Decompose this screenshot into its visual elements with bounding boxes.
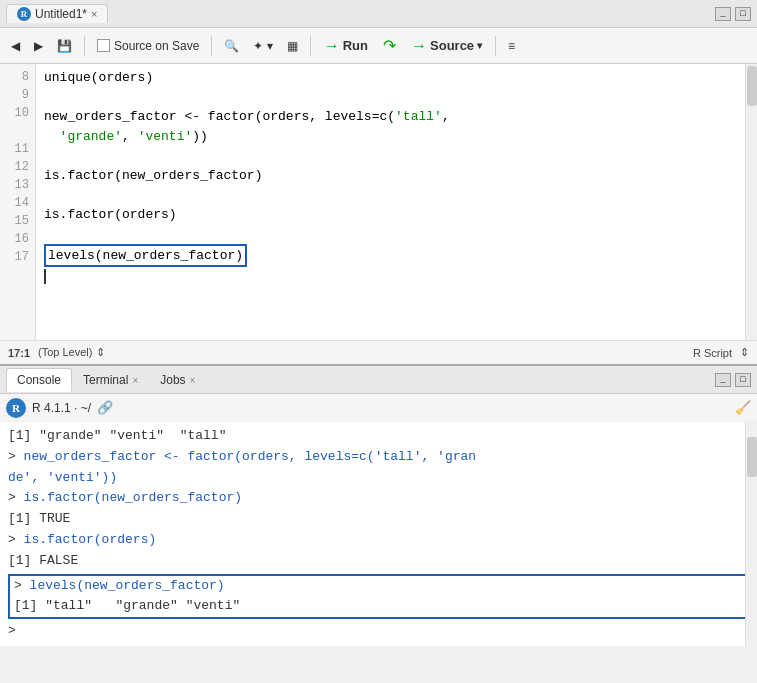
console-output-line-4: > is.factor(new_orders_factor) bbox=[8, 488, 749, 509]
editor-status-bar: 17:1 (Top Level) ⇕ R Script ⇕ bbox=[0, 340, 757, 364]
console-output-line-1: [1] "grande" "venti" "tall" bbox=[8, 426, 749, 447]
code-line-17 bbox=[44, 267, 737, 287]
console-prompt-empty: > bbox=[8, 621, 749, 642]
tab-jobs[interactable]: Jobs× bbox=[149, 368, 206, 392]
window-controls: _ □ bbox=[715, 7, 751, 21]
separator-4 bbox=[495, 36, 496, 56]
rerun-icon: ↷ bbox=[383, 36, 396, 55]
editor-container: 8 9 10 11 12 13 14 15 16 17 unique(order… bbox=[0, 64, 757, 364]
scope-indicator: (Top Level) ⇕ bbox=[38, 346, 104, 359]
console-highlight-prompt: > levels(new_orders_factor) bbox=[14, 576, 743, 597]
code-editor[interactable]: unique(orders) new_orders_factor <- fact… bbox=[36, 64, 745, 340]
editor-tab[interactable]: R Untitled1* × bbox=[6, 4, 108, 23]
back-button[interactable]: ◀ bbox=[6, 33, 25, 59]
re-run-button[interactable]: ↷ bbox=[378, 33, 401, 59]
scope-dropdown-icon[interactable]: ⇕ bbox=[96, 346, 105, 358]
line-numbers: 8 9 10 11 12 13 14 15 16 17 bbox=[0, 64, 36, 340]
separator-3 bbox=[310, 36, 311, 56]
code-line-11 bbox=[44, 146, 737, 166]
separator-1 bbox=[84, 36, 85, 56]
code-line-9 bbox=[44, 88, 737, 108]
minimize-button[interactable]: _ bbox=[715, 7, 731, 21]
console-scrollbar-thumb[interactable] bbox=[747, 437, 757, 477]
console-output-line-2: > new_orders_factor <- factor(orders, le… bbox=[8, 447, 749, 468]
cursor-position: 17:1 bbox=[8, 347, 30, 359]
title-bar: R Untitled1* × _ □ bbox=[0, 0, 757, 28]
console-tab-bar: Console Terminal× Jobs× _ □ bbox=[0, 366, 757, 394]
r-version: R 4.1.1 · ~/ bbox=[32, 401, 91, 415]
console-toolbar: R R 4.1.1 · ~/ 🔗 🧹 bbox=[0, 394, 757, 422]
editor-body: 8 9 10 11 12 13 14 15 16 17 unique(order… bbox=[0, 64, 757, 340]
tab-console[interactable]: Console bbox=[6, 368, 72, 392]
r-logo: R bbox=[6, 398, 26, 418]
console-window-controls: _ □ bbox=[715, 373, 751, 387]
code-line-13 bbox=[44, 185, 737, 205]
console-output-line-6: > is.factor(orders) bbox=[8, 530, 749, 551]
format-button[interactable]: ▦ bbox=[282, 33, 303, 59]
forward-button[interactable]: ▶ bbox=[29, 33, 48, 59]
selected-code: levels(new_orders_factor) bbox=[44, 244, 247, 268]
script-type-dropdown-icon[interactable]: ⇕ bbox=[740, 346, 749, 359]
separator-2 bbox=[211, 36, 212, 56]
console-scrollbar[interactable] bbox=[745, 422, 757, 646]
maximize-button[interactable]: □ bbox=[735, 7, 751, 21]
search-button[interactable]: 🔍 bbox=[219, 33, 244, 59]
console-maximize-button[interactable]: □ bbox=[735, 373, 751, 387]
source-dropdown-icon[interactable]: ▾ bbox=[477, 40, 482, 51]
run-arrow-icon: → bbox=[324, 37, 340, 55]
tab-close-icon[interactable]: × bbox=[91, 8, 97, 20]
source-on-save-label[interactable]: Source on Save bbox=[92, 33, 204, 59]
code-line-12: is.factor(new_orders_factor) bbox=[44, 166, 737, 186]
jobs-close-icon[interactable]: × bbox=[190, 375, 196, 386]
console-panel: Console Terminal× Jobs× _ □ R R 4.1.1 · … bbox=[0, 364, 757, 646]
tab-terminal[interactable]: Terminal× bbox=[72, 368, 149, 392]
console-link-icon[interactable]: 🔗 bbox=[97, 400, 113, 416]
console-output-line-3: de', 'venti')) bbox=[8, 468, 749, 489]
source-arrow-icon: → bbox=[411, 37, 427, 55]
code-line-16: levels(new_orders_factor) bbox=[44, 244, 737, 268]
tab-label: Untitled1* bbox=[35, 7, 87, 21]
editor-toolbar: ◀ ▶ 💾 Source on Save 🔍 ✦ ▾ ▦ → Run ↷ → S… bbox=[0, 28, 757, 64]
source-button[interactable]: → Source ▾ bbox=[405, 35, 488, 57]
terminal-close-icon[interactable]: × bbox=[132, 375, 138, 386]
code-line-10b: 'grande', 'venti')) bbox=[44, 127, 737, 147]
save-button[interactable]: 💾 bbox=[52, 33, 77, 59]
console-wrapper: [1] "grande" "venti" "tall" > new_orders… bbox=[0, 422, 757, 646]
code-line-14: is.factor(orders) bbox=[44, 205, 737, 225]
script-type: R Script bbox=[693, 347, 732, 359]
wand-button[interactable]: ✦ ▾ bbox=[248, 33, 277, 59]
console-output[interactable]: [1] "grande" "venti" "tall" > new_orders… bbox=[0, 422, 757, 646]
code-line-10: new_orders_factor <- factor(orders, leve… bbox=[44, 107, 737, 127]
r-file-icon: R bbox=[17, 7, 31, 21]
code-line-8: unique(orders) bbox=[44, 68, 737, 88]
console-highlight-result: [1] "tall" "grande" "venti" bbox=[14, 596, 743, 617]
editor-scrollbar-thumb[interactable] bbox=[747, 66, 757, 106]
menu-button[interactable]: ≡ bbox=[503, 33, 520, 59]
editor-scrollbar[interactable] bbox=[745, 64, 757, 340]
clear-console-icon[interactable]: 🧹 bbox=[735, 400, 751, 416]
run-button[interactable]: → Run bbox=[318, 35, 374, 57]
code-line-15 bbox=[44, 224, 737, 244]
console-output-line-7: [1] FALSE bbox=[8, 551, 749, 572]
console-minimize-button[interactable]: _ bbox=[715, 373, 731, 387]
source-on-save-checkbox[interactable] bbox=[97, 39, 110, 52]
highlighted-output-block: > levels(new_orders_factor) [1] "tall" "… bbox=[8, 574, 749, 620]
console-output-line-5: [1] TRUE bbox=[8, 509, 749, 530]
